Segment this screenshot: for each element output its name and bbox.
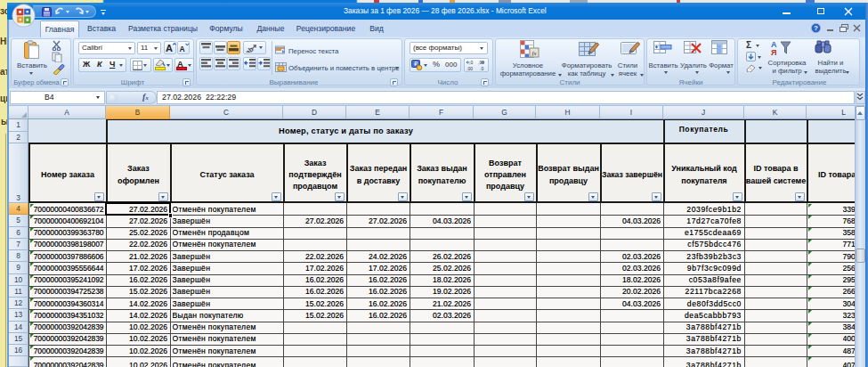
svg-text:A: A — [166, 43, 173, 53]
svg-text:,0: ,0 — [469, 60, 473, 65]
svg-text:fx: fx — [531, 50, 537, 57]
svg-text:,00: ,00 — [466, 66, 473, 71]
svg-text:ab: ab — [246, 45, 256, 53]
svg-text:A: A — [180, 45, 185, 53]
svg-text:,0: ,0 — [480, 66, 483, 71]
svg-text:,00: ,00 — [478, 60, 484, 65]
svg-text:Я: Я — [771, 48, 776, 56]
svg-text:?: ? — [814, 24, 818, 32]
